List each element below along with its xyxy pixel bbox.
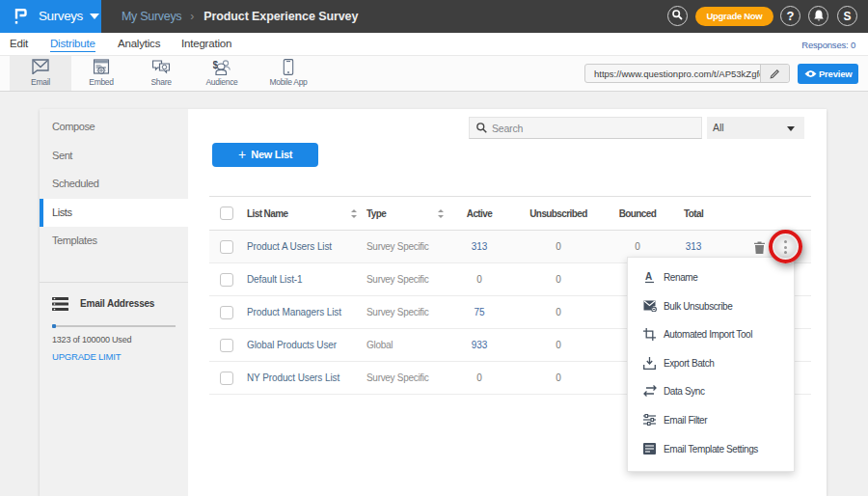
svg-text:A: A: [645, 271, 652, 282]
